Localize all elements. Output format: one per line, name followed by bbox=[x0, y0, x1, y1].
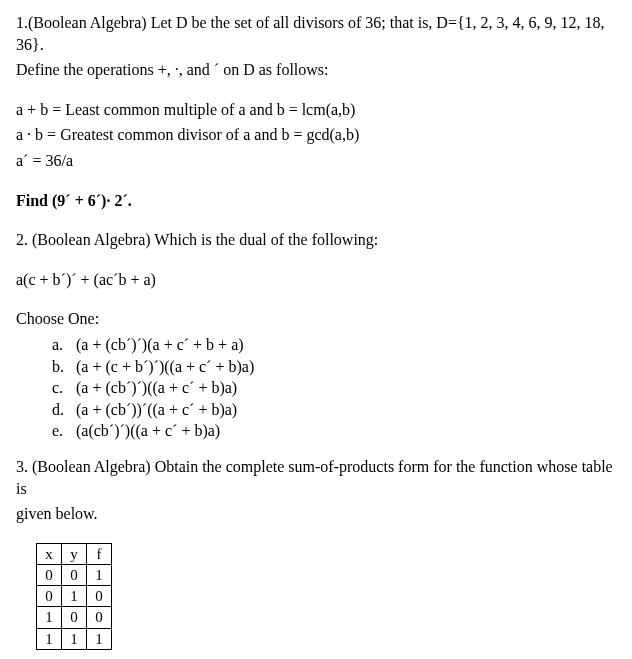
q2-choice-c: c. (a + (cb´)´)((a + c´ + b)a) bbox=[52, 377, 616, 399]
q3-line2: given below. bbox=[16, 503, 616, 525]
th-x: x bbox=[37, 543, 62, 564]
q1-line1: 1.(Boolean Algebra) Let D be the set of … bbox=[16, 12, 616, 55]
table-row: 1 1 1 bbox=[37, 628, 112, 649]
choice-letter: b. bbox=[52, 356, 76, 378]
choice-text: (a + (cb´)´)(a + c´ + b + a) bbox=[76, 334, 616, 356]
q1-def1: a + b = Least common multiple of a and b… bbox=[16, 99, 616, 121]
table-row: 0 0 1 bbox=[37, 564, 112, 585]
cell: 1 bbox=[62, 628, 87, 649]
q1-line2: Define the operations +, ·, and ´ on D a… bbox=[16, 59, 616, 81]
q3-line1: 3. (Boolean Algebra) Obtain the complete… bbox=[16, 456, 616, 499]
cell: 0 bbox=[37, 586, 62, 607]
cell: 1 bbox=[87, 628, 112, 649]
q1-def3: a´ = 36/a bbox=[16, 150, 616, 172]
q2-choose: Choose One: bbox=[16, 308, 616, 330]
choice-text: (a(cb´)´)((a + c´ + b)a) bbox=[76, 420, 616, 442]
choice-letter: e. bbox=[52, 420, 76, 442]
table-row: x y f bbox=[37, 543, 112, 564]
cell: 1 bbox=[87, 564, 112, 585]
table-row: 0 1 0 bbox=[37, 586, 112, 607]
choice-text: (a + (cb´))´((a + c´ + b)a) bbox=[76, 399, 616, 421]
cell: 0 bbox=[87, 607, 112, 628]
choice-letter: a. bbox=[52, 334, 76, 356]
cell: 1 bbox=[62, 586, 87, 607]
choice-letter: c. bbox=[52, 377, 76, 399]
cell: 1 bbox=[37, 607, 62, 628]
th-y: y bbox=[62, 543, 87, 564]
choice-text: (a + (c + b´)´)((a + c´ + b)a) bbox=[76, 356, 616, 378]
table-row: 1 0 0 bbox=[37, 607, 112, 628]
cell: 1 bbox=[37, 628, 62, 649]
q2-choice-e: e. (a(cb´)´)((a + c´ + b)a) bbox=[52, 420, 616, 442]
q1-find: Find (9´ + 6´)· 2´. bbox=[16, 190, 616, 212]
q1-def2: a · b = Greatest common divisor of a and… bbox=[16, 124, 616, 146]
cell: 0 bbox=[37, 564, 62, 585]
cell: 0 bbox=[62, 564, 87, 585]
truth-table: x y f 0 0 1 0 1 0 1 0 0 1 1 1 bbox=[36, 543, 112, 650]
q2-expr: a(c + b´)´ + (ac´b + a) bbox=[16, 269, 616, 291]
q2-line1: 2. (Boolean Algebra) Which is the dual o… bbox=[16, 229, 616, 251]
choice-letter: d. bbox=[52, 399, 76, 421]
cell: 0 bbox=[87, 586, 112, 607]
q2-choice-d: d. (a + (cb´))´((a + c´ + b)a) bbox=[52, 399, 616, 421]
cell: 0 bbox=[62, 607, 87, 628]
q2-choice-a: a. (a + (cb´)´)(a + c´ + b + a) bbox=[52, 334, 616, 356]
choice-text: (a + (cb´)´)((a + c´ + b)a) bbox=[76, 377, 616, 399]
th-f: f bbox=[87, 543, 112, 564]
q2-choice-b: b. (a + (c + b´)´)((a + c´ + b)a) bbox=[52, 356, 616, 378]
